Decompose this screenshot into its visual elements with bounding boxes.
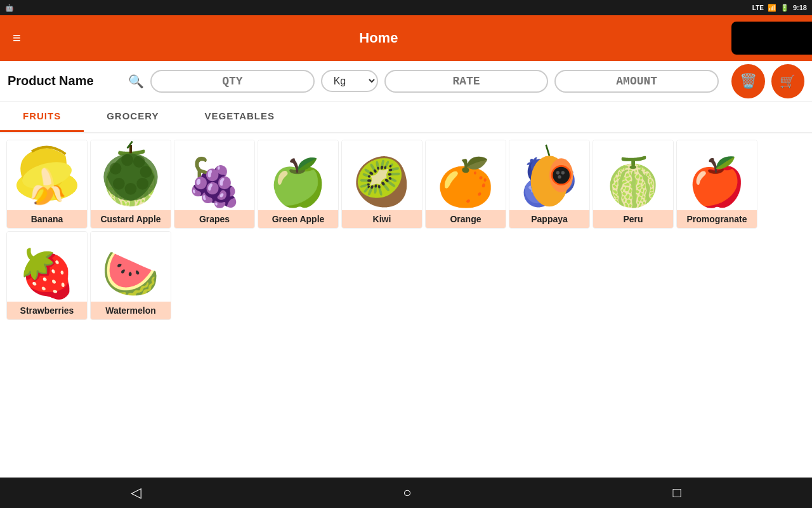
back-nav-icon[interactable]: ◁: [131, 485, 141, 501]
svg-text:🥝: 🥝: [353, 155, 411, 210]
fruit-image-watermelon: 🍉: [90, 232, 171, 302]
svg-line-26: [546, 145, 549, 156]
time-display: 9:18: [793, 4, 807, 11]
svg-text:🍉: 🍉: [102, 246, 160, 302]
svg-point-22: [553, 167, 570, 184]
battery-icon: 🔋: [780, 4, 789, 12]
fruit-image-banana: 🍌: [6, 140, 88, 210]
tab-grocery[interactable]: GROCERY: [84, 102, 181, 132]
delete-button[interactable]: 🗑️: [731, 64, 764, 98]
svg-point-9: [136, 178, 148, 190]
fruit-label-promogranate: Promogranate: [677, 210, 757, 228]
fruit-card-banana[interactable]: 🍌 Banana: [6, 140, 88, 229]
fruit-label-peru: Peru: [593, 210, 673, 228]
fruit-label-orange: Orange: [426, 210, 506, 228]
svg-point-8: [140, 166, 152, 178]
fruit-label-strawberries: Strawberries: [7, 302, 87, 319]
svg-text:🍌: 🍌: [26, 166, 69, 207]
fruit-grid: 🍌 Banana 🍈 Custard Apple 🍇 Grapes: [0, 133, 812, 326]
fruit-image-promogranate: 🍎: [676, 140, 757, 210]
tab-fruits[interactable]: FRUITS: [0, 102, 84, 132]
signal-icon: 📶: [768, 4, 776, 12]
svg-point-7: [133, 156, 145, 168]
scale-area: 0: [731, 22, 775, 55]
fruit-label-kiwi: Kiwi: [342, 210, 422, 228]
fruit-image-green-apple: 🍏: [258, 140, 339, 210]
svg-text:🍓: 🍓: [18, 246, 76, 302]
fruit-label-watermelon: Watermelon: [91, 302, 171, 319]
svg-text:🍏: 🍏: [269, 155, 327, 210]
fruit-image-strawberries: 🍓: [6, 232, 88, 302]
svg-point-6: [121, 154, 133, 166]
svg-text:🍊: 🍊: [436, 155, 495, 210]
fruit-label-banana: Banana: [7, 210, 87, 228]
svg-point-5: [110, 163, 122, 175]
cart-button[interactable]: 🛒: [771, 64, 804, 98]
scale-display: 0: [731, 22, 812, 55]
search-icon[interactable]: 🔍: [128, 74, 144, 89]
svg-text:🍈: 🍈: [604, 155, 662, 210]
fruit-card-green-apple[interactable]: 🍏 Green Apple: [258, 140, 339, 229]
android-icon: 🤖: [5, 4, 14, 12]
fruit-label-pappaya: Pappaya: [509, 210, 589, 228]
fruit-image-grapes: 🍇: [174, 140, 255, 210]
fruit-card-strawberries[interactable]: 🍓 Strawberries: [6, 231, 88, 320]
fruit-card-peru[interactable]: 🍈 Peru: [593, 140, 674, 229]
app-bar: ≡ Home 0 ↻: [0, 15, 812, 61]
tabs: FRUITS GROCERY VEGETABLES: [0, 102, 812, 133]
fruit-image-pappaya: 🫐: [509, 140, 590, 210]
svg-point-10: [125, 183, 137, 195]
svg-point-23: [556, 171, 560, 174]
tab-vegetables[interactable]: VEGETABLES: [181, 102, 298, 132]
recent-nav-icon[interactable]: □: [673, 485, 681, 501]
lte-icon: LTE: [752, 4, 764, 11]
fruit-card-pappaya[interactable]: 🫐 Pappaya: [509, 140, 590, 229]
fruit-image-kiwi: 🥝: [341, 140, 422, 210]
fruit-label-grapes: Grapes: [174, 210, 254, 228]
fruit-label-green-apple: Green Apple: [258, 210, 338, 228]
amount-input[interactable]: [554, 70, 719, 93]
trash-icon: 🗑️: [740, 73, 757, 90]
toolbar: Product Name 🔍 Kg g lb oz 🗑️ 🛒: [0, 61, 812, 102]
svg-point-24: [561, 171, 565, 174]
unit-select[interactable]: Kg g lb oz: [321, 70, 378, 92]
fruit-card-grapes[interactable]: 🍇 Grapes: [174, 140, 255, 229]
fruit-image-peru: 🍈: [593, 140, 674, 210]
fruit-card-custard-apple[interactable]: 🍈 Custard Apple: [90, 140, 171, 229]
fruit-card-kiwi[interactable]: 🥝 Kiwi: [341, 140, 422, 229]
fruit-card-orange[interactable]: 🍊 Orange: [425, 140, 506, 229]
fruit-image-custard-apple: 🍈: [90, 140, 171, 210]
fruit-card-watermelon[interactable]: 🍉 Watermelon: [90, 231, 171, 320]
qty-input[interactable]: [150, 70, 315, 93]
rate-input[interactable]: [384, 70, 549, 93]
fruit-label-custard-apple: Custard Apple: [91, 210, 171, 228]
product-label: Product Name: [8, 74, 122, 88]
menu-icon[interactable]: ≡: [8, 25, 26, 51]
svg-text:🍇: 🍇: [185, 155, 244, 210]
svg-point-11: [113, 178, 125, 190]
svg-point-25: [558, 175, 561, 178]
app-title: Home: [34, 30, 724, 46]
svg-text:🍎: 🍎: [688, 155, 746, 210]
bottom-nav: ◁ ○ □: [0, 478, 812, 508]
cart-icon: 🛒: [780, 74, 796, 89]
fruit-card-promogranate[interactable]: 🍎 Promogranate: [676, 140, 757, 229]
fruit-image-orange: 🍊: [425, 140, 506, 210]
status-bar: 🤖 LTE 📶 🔋 9:18: [0, 0, 812, 15]
home-nav-icon[interactable]: ○: [403, 485, 411, 501]
